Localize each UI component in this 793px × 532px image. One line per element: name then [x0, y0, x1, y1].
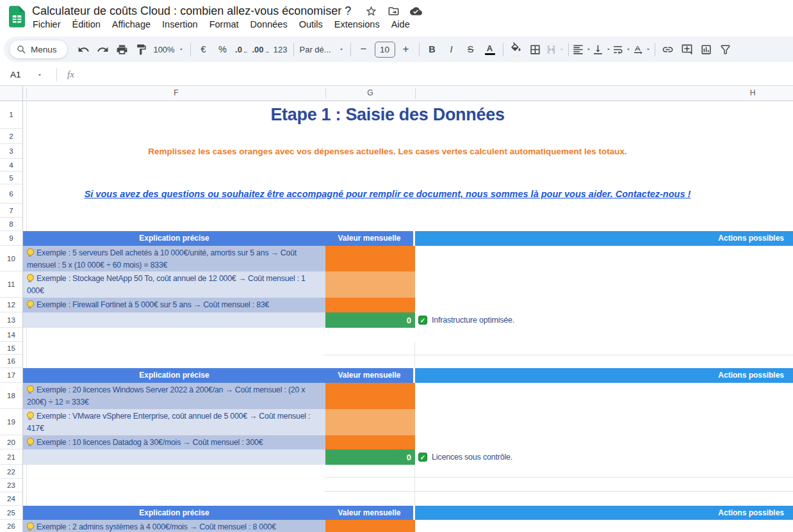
- row-header-12[interactable]: 12: [0, 298, 22, 312]
- cell-F21[interactable]: [23, 449, 325, 465]
- text-color-button[interactable]: A: [480, 40, 500, 58]
- row-header-15[interactable]: 15: [0, 342, 22, 355]
- row-header-26[interactable]: 26: [0, 520, 22, 532]
- bold-button[interactable]: B: [423, 40, 442, 58]
- zoom-select[interactable]: 100%: [151, 40, 187, 58]
- move-folder-icon[interactable]: [388, 5, 400, 17]
- row-header-23[interactable]: 23: [0, 479, 22, 492]
- sheet-title-cell[interactable]: Etape 1 : Saisie des Données: [23, 101, 752, 129]
- table3-header-row[interactable]: Explication précise Valeur mensuelle Act…: [23, 506, 793, 520]
- column-header-h[interactable]: H: [743, 86, 762, 101]
- borders-button[interactable]: [526, 40, 545, 58]
- cloud-status-icon[interactable]: [410, 5, 422, 17]
- row-header-14[interactable]: 14: [0, 328, 22, 342]
- row-header-22[interactable]: 22: [0, 465, 22, 479]
- menu-fichier[interactable]: Fichier: [27, 18, 67, 31]
- menus-search-button[interactable]: Menus: [9, 40, 68, 59]
- row-header-4[interactable]: 4: [0, 159, 22, 172]
- name-box[interactable]: A1: [0, 70, 55, 79]
- sheets-logo-icon[interactable]: [9, 6, 25, 28]
- insert-link-button[interactable]: [658, 40, 678, 58]
- row-header-19[interactable]: 19: [0, 409, 22, 435]
- more-formats-button[interactable]: 123: [271, 40, 290, 58]
- cell-F11-explanation[interactable]: Exemple : Stockage NetApp 50 To, coût an…: [23, 271, 325, 298]
- row-header-1[interactable]: 1: [0, 101, 22, 129]
- row-header-18[interactable]: 18: [0, 383, 22, 409]
- decrease-decimal-button[interactable]: .0←: [233, 40, 252, 58]
- menu-format[interactable]: Format: [204, 18, 245, 31]
- menu-aide[interactable]: Aide: [386, 18, 416, 31]
- row-header-16[interactable]: 16: [0, 355, 22, 368]
- row-header-5[interactable]: 5: [0, 172, 22, 184]
- row-header-10[interactable]: 10: [0, 246, 22, 271]
- paint-format-button[interactable]: [132, 40, 151, 58]
- cell-F10-explanation[interactable]: Exemple : 5 serveurs Dell achetés à 10 0…: [23, 246, 325, 271]
- vertical-align-button[interactable]: [592, 40, 612, 58]
- font-size-input[interactable]: 10: [375, 42, 395, 58]
- cell-G10-input[interactable]: [325, 246, 415, 271]
- cell-F13[interactable]: [23, 312, 325, 328]
- contact-cell[interactable]: Si vous avez des questions ou souhaitez …: [23, 184, 752, 204]
- create-filter-button[interactable]: [716, 40, 735, 58]
- cell-H13-status[interactable]: Infrastructure optimisée.: [415, 312, 793, 328]
- strikethrough-button[interactable]: S: [461, 40, 480, 58]
- column-header-g[interactable]: G: [325, 86, 415, 101]
- format-percent-button[interactable]: %: [213, 40, 233, 58]
- row-header-3[interactable]: 3: [0, 144, 22, 159]
- cell-F12-explanation[interactable]: Exemple : Firewall Fortinet à 5 000€ sur…: [23, 298, 325, 312]
- cell-G19-input[interactable]: [325, 409, 415, 435]
- row-header-9[interactable]: 9: [0, 231, 22, 246]
- row-header-2[interactable]: 2: [0, 129, 22, 144]
- insert-comment-button[interactable]: [678, 40, 697, 58]
- row-header-7[interactable]: 7: [0, 204, 22, 218]
- format-currency-button[interactable]: €: [194, 40, 213, 58]
- cell-G12-input[interactable]: [325, 298, 415, 312]
- text-wrap-button[interactable]: [612, 40, 632, 58]
- menu-outils[interactable]: Outils: [293, 18, 329, 31]
- row-header-17[interactable]: 17: [0, 368, 22, 383]
- fill-color-button[interactable]: [507, 40, 526, 58]
- decrease-font-size-button[interactable]: −: [354, 40, 373, 58]
- document-title[interactable]: Calculateur de coûts Cloud : combien all…: [32, 4, 351, 18]
- cell-G11-input[interactable]: [325, 271, 415, 298]
- row-header-8[interactable]: 8: [0, 218, 22, 231]
- italic-button[interactable]: I: [442, 40, 461, 58]
- row-header-20[interactable]: 20: [0, 435, 22, 449]
- formula-input[interactable]: [74, 64, 793, 85]
- cell-G21-total[interactable]: 0: [325, 449, 415, 465]
- menu-donnees[interactable]: Données: [245, 18, 293, 31]
- instruction-cell[interactable]: Remplissez les cases oranges avec vos dé…: [23, 144, 752, 159]
- cell-F20-explanation[interactable]: Exemple : 10 licences Datadog à 30€/mois…: [23, 435, 325, 449]
- cell-G26-input[interactable]: [325, 520, 415, 532]
- undo-button[interactable]: [74, 40, 94, 58]
- menu-edition[interactable]: Édition: [67, 18, 106, 31]
- menu-insertion[interactable]: Insertion: [156, 18, 204, 31]
- increase-font-size-button[interactable]: +: [396, 40, 416, 58]
- increase-decimal-button[interactable]: .00→: [252, 40, 271, 58]
- cell-F18-explanation[interactable]: Exemple : 20 licences Windows Server 202…: [23, 383, 325, 409]
- row-header-21[interactable]: 21: [0, 449, 22, 465]
- menu-affichage[interactable]: Affichage: [106, 18, 156, 31]
- font-family-select[interactable]: Par dé...: [297, 40, 347, 58]
- menu-extensions[interactable]: Extensions: [329, 18, 386, 31]
- star-icon[interactable]: [365, 5, 377, 17]
- select-all-corner[interactable]: [0, 86, 23, 101]
- table1-header-row[interactable]: Explication précise Valeur mensuelle Act…: [23, 231, 793, 246]
- cell-F19-explanation[interactable]: Exemple : VMware vSphere Enterprise, coû…: [23, 409, 325, 435]
- row-header-13[interactable]: 13: [0, 312, 22, 328]
- horizontal-align-button[interactable]: [572, 40, 592, 58]
- cell-F26-explanation[interactable]: Exemple : 2 admins systèmes à 4 000€/moi…: [23, 520, 325, 532]
- cell-G20-input[interactable]: [325, 435, 415, 449]
- insert-chart-button[interactable]: [697, 40, 716, 58]
- table2-header-row[interactable]: Explication précise Valeur mensuelle Act…: [23, 368, 793, 383]
- cell-G13-total[interactable]: 0: [325, 312, 415, 328]
- row-header-11[interactable]: 11: [0, 271, 22, 298]
- row-header-6[interactable]: 6: [0, 184, 22, 204]
- redo-button[interactable]: [94, 40, 113, 58]
- row-header-24[interactable]: 24: [0, 492, 22, 506]
- cell-H21-status[interactable]: Licences sous contrôle.: [415, 449, 793, 465]
- text-rotation-button[interactable]: [632, 40, 651, 58]
- column-header-f[interactable]: F: [27, 86, 325, 101]
- print-button[interactable]: [113, 40, 132, 58]
- row-header-25[interactable]: 25: [0, 506, 22, 520]
